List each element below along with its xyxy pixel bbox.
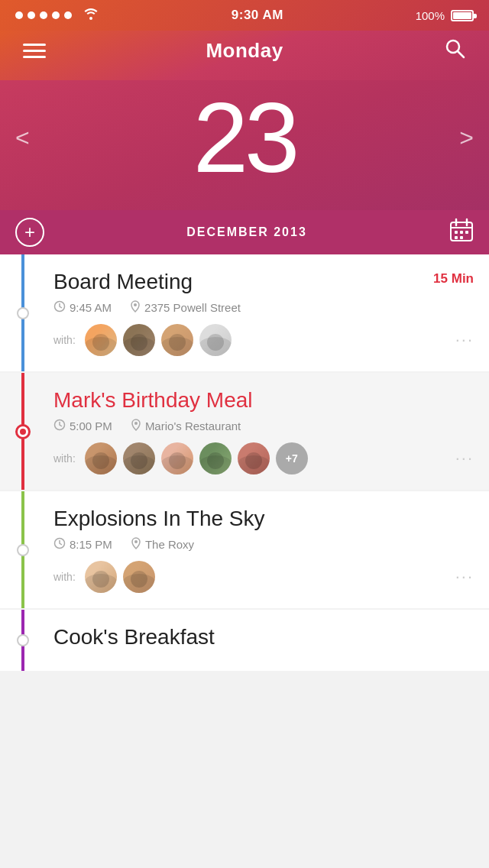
with-label: with: [53,334,76,346]
battery-icon [451,10,474,21]
event-time: 5:00 PM [53,419,112,433]
month-label: DECEMBER 2013 [186,225,307,239]
avatar-9 [238,442,270,474]
event-title: Mark's Birthday Meal [53,388,474,413]
menu-line-1 [23,44,46,46]
svg-rect-10 [460,236,463,239]
signal-dot-1 [15,11,23,19]
battery-percentage: 100% [416,9,445,22]
event-location: 2375 Powell Street [130,300,241,315]
location-icon [131,537,141,552]
with-label: with: [53,452,76,465]
event-title: Cook's Breakfast [53,625,474,649]
svg-point-16 [134,540,138,543]
calendar-view-button[interactable] [449,218,474,247]
month-bar: + DECEMBER 2013 [0,210,489,254]
events-list: 15 Min Board Meeting 9:45 AM [0,254,489,671]
avatar-11 [123,561,155,593]
status-time: 9:30 AM [232,8,283,23]
event-birthday-meal[interactable]: Mark's Birthday Meal 5:00 PM [0,373,489,490]
avatar-2 [123,324,155,356]
avatar-7 [161,442,193,474]
more-options-button[interactable]: ··· [455,567,474,587]
wifi-icon [83,8,99,24]
attendees-row: with: +7 ··· [53,442,474,474]
avatar-3 [161,324,193,356]
avatar-4 [199,324,232,356]
menu-button[interactable] [23,44,46,58]
avatar-8 [199,442,232,474]
svg-rect-6 [455,231,458,234]
header: Monday [0,31,489,80]
extra-count-badge: +7 [276,442,308,474]
attendees-row: with: ··· [53,561,474,593]
clock-icon [53,537,66,552]
event-meta: 5:00 PM Mario's Restaurant [53,419,474,433]
event-time: 9:45 AM [53,300,112,315]
event-location: The Roxy [131,537,194,552]
event-title: Board Meeting [53,270,474,294]
header-title: Monday [206,39,283,63]
battery-area: 100% [416,9,474,22]
search-button[interactable] [443,37,466,65]
timeline-dot-4 [17,634,29,646]
event-time: 8:15 PM [53,537,112,552]
svg-point-12 [134,303,137,306]
prev-day-button[interactable]: < [15,124,30,152]
more-options-button[interactable]: ··· [455,449,474,468]
avatar-5 [85,442,117,474]
location-icon [131,419,141,433]
signal-dot-2 [28,11,35,19]
status-bar: 9:30 AM 100% [0,0,489,31]
signal-dots [15,11,72,19]
more-options-button[interactable]: ··· [455,330,474,350]
menu-line-3 [23,56,46,58]
event-meta: 8:15 PM The Roxy [53,537,474,552]
clock-icon [53,300,66,315]
timeline-dot-3 [17,544,29,556]
battery-fill [453,12,471,19]
svg-rect-8 [465,231,468,234]
avatar-6 [123,442,155,474]
svg-rect-9 [455,236,458,239]
event-explosions[interactable]: Explosions In The Sky 8:15 PM [0,491,489,608]
signal-dot-3 [40,11,47,19]
signal-dot-4 [52,11,60,19]
menu-line-2 [23,50,46,52]
attendees-row: with: ··· [53,324,474,356]
location-icon [130,300,141,315]
event-board-meeting[interactable]: 15 Min Board Meeting 9:45 AM [0,254,489,371]
event-reminder: 15 Min [433,271,474,287]
clock-icon [53,419,66,433]
add-event-button[interactable]: + [15,218,44,247]
with-label: with: [53,571,76,583]
timeline-dot-1 [17,307,29,319]
event-cooks-breakfast[interactable]: Cook's Breakfast [0,610,489,671]
timeline-dot-active [15,424,31,439]
date-display: < 23 > [0,80,489,210]
avatar-1 [85,324,117,356]
svg-point-14 [134,422,138,425]
avatar-10 [85,561,117,593]
day-number: 23 [193,88,296,187]
next-day-button[interactable]: > [459,124,474,152]
svg-rect-7 [460,231,463,234]
signal-dot-5 [64,11,72,19]
svg-line-1 [458,51,464,57]
event-title: Explosions In The Sky [53,507,474,531]
event-meta: 9:45 AM 2375 Powell Street [53,300,474,315]
event-location: Mario's Restaurant [131,419,241,433]
